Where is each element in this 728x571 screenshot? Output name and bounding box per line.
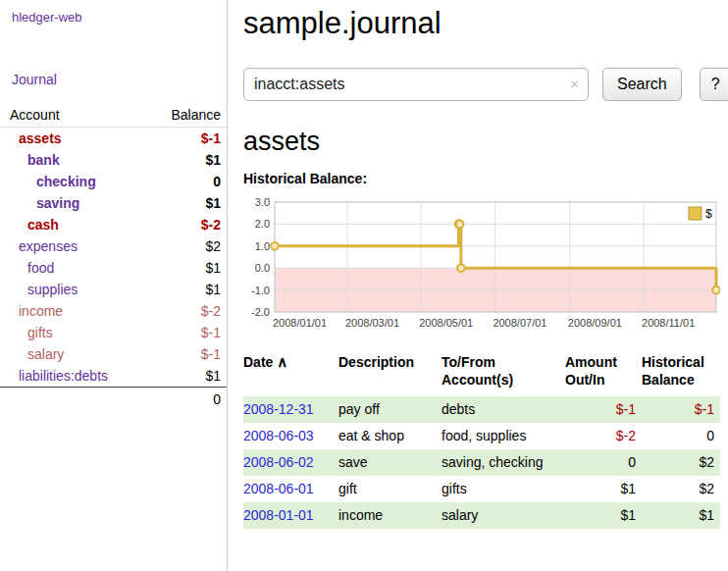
register-header-row: Date ∧ Description To/FromAccount(s) Amo… [243, 351, 720, 396]
accounts-header-row: Account Balance [0, 105, 227, 128]
account-balance: $2 [150, 235, 227, 257]
account-balance: $1 [150, 279, 227, 300]
sort-asc-icon: ∧ [277, 353, 287, 370]
transaction-description: save [338, 449, 442, 476]
help-button[interactable]: ? [700, 68, 728, 101]
account-row: cash$-2 [0, 214, 227, 235]
transaction-description: pay off [338, 396, 442, 423]
transaction-description: income [338, 502, 442, 529]
x-tick-label: 2008/03/01 [345, 317, 399, 329]
clear-search-icon[interactable]: × [570, 76, 579, 92]
account-row: liabilities:debts$1 [0, 365, 227, 388]
transaction-date-cell: 2008-06-02 [243, 449, 338, 476]
register-row: 2008-06-02savesaving, checking0$2 [243, 449, 720, 476]
account-name-link[interactable]: assets [0, 128, 150, 150]
account-balance: $1 [150, 365, 227, 388]
register-header-accounts: To/FromAccount(s) [442, 351, 565, 396]
balance-header-line1: Historical [642, 353, 720, 371]
y-tick-label: 1.0 [255, 240, 270, 252]
main-content: sample.journal × Search ? assets Histori… [228, 0, 728, 571]
transaction-date-link[interactable]: 2008-06-03 [243, 428, 314, 443]
transaction-accounts: salary [442, 502, 565, 529]
account-row: saving$1 [0, 192, 227, 214]
register-header-date[interactable]: Date ∧ [243, 351, 338, 396]
register-row: 2008-06-01giftgifts$1$2 [243, 476, 720, 502]
amount-header-line1: Amount [565, 353, 642, 371]
account-row: bank$1 [0, 149, 227, 171]
accounts-body: assets$-1bank$1checking0saving$1cash$-2e… [0, 128, 227, 388]
register-table: Date ∧ Description To/FromAccount(s) Amo… [243, 351, 720, 529]
app-window: hledger-web Journal Account Balance asse… [0, 0, 728, 571]
account-balance: $1 [150, 192, 227, 214]
accounts-header-balance: Balance [150, 105, 227, 128]
account-balance: $1 [150, 149, 227, 171]
transaction-balance: $1 [642, 502, 720, 529]
account-name-link[interactable]: checking [0, 171, 150, 192]
register-header-amount: AmountOut/In [565, 351, 642, 396]
sidebar-item-journal[interactable]: Journal [12, 72, 227, 87]
transaction-accounts: saving, checking [442, 449, 565, 476]
account-row: checking0 [0, 171, 227, 192]
page-title: sample.journal [243, 6, 728, 41]
account-row: assets$-1 [0, 128, 227, 150]
account-balance: $-1 [150, 343, 227, 365]
account-row: income$-2 [0, 300, 227, 322]
register-row: 2008-12-31pay offdebts$-1$-1 [243, 396, 720, 423]
account-row: expenses$2 [0, 235, 227, 257]
transaction-date-link[interactable]: 2008-01-01 [243, 507, 314, 523]
register-body: 2008-12-31pay offdebts$-1$-12008-06-03ea… [243, 396, 720, 529]
account-balance: $-1 [150, 128, 227, 150]
account-name-link[interactable]: saving [0, 192, 150, 214]
account-row: supplies$1 [0, 279, 227, 300]
account-name-link[interactable]: liabilities:debts [0, 365, 150, 388]
y-tick-label: 3.0 [255, 196, 270, 208]
accounts-table: Account Balance assets$-1bank$1checking0… [0, 105, 227, 410]
account-balance: $-2 [150, 300, 227, 322]
search-input[interactable] [243, 68, 589, 101]
amount-header-line2: Out/In [565, 371, 642, 389]
account-name-link[interactable]: gifts [0, 322, 150, 343]
account-row: salary$-1 [0, 343, 227, 365]
transaction-date-link[interactable]: 2008-06-02 [243, 454, 314, 470]
date-header-label: Date [243, 354, 273, 370]
transaction-date-cell: 2008-01-01 [243, 502, 338, 529]
transaction-accounts: gifts [442, 476, 565, 502]
account-name-link[interactable]: supplies [0, 279, 150, 300]
accounts-header-account: Account [0, 105, 150, 128]
x-tick-label: 2008/09/01 [568, 317, 622, 329]
transaction-date-cell: 2008-12-31 [243, 396, 338, 423]
account-name-link[interactable]: salary [0, 343, 150, 365]
x-tick-label: 2008/11/01 [642, 317, 695, 329]
accounts-header-line1: To/From [442, 353, 565, 371]
account-name-link[interactable]: bank [0, 149, 150, 171]
x-tick-label: 2008/07/01 [493, 317, 546, 329]
account-name-link[interactable]: income [0, 300, 150, 322]
register-header-description: Description [338, 351, 442, 396]
account-heading: assets [243, 127, 728, 157]
register-row: 2008-06-03eat & shopfood, supplies$-20 [243, 423, 720, 449]
account-name-link[interactable]: food [0, 257, 150, 279]
accounts-header-line2: Account(s) [442, 371, 565, 389]
legend-label: $ [705, 207, 712, 221]
transaction-amount: $-1 [565, 396, 642, 423]
account-name-link[interactable]: cash [0, 214, 150, 235]
account-name-link[interactable]: expenses [0, 235, 150, 257]
y-tick-label: 2.0 [255, 218, 270, 230]
account-row: food$1 [0, 257, 227, 279]
transaction-amount: $1 [565, 502, 642, 529]
x-tick-label: 2008/01/01 [273, 317, 327, 329]
transaction-date-link[interactable]: 2008-06-01 [243, 481, 314, 496]
search-button[interactable]: Search [602, 68, 682, 101]
transaction-accounts: food, supplies [442, 423, 565, 449]
transaction-amount: $-2 [565, 423, 642, 449]
balance-header-line2: Balance [642, 371, 720, 389]
hledger-web-link[interactable]: hledger-web [12, 10, 227, 25]
data-point-marker [456, 221, 464, 229]
transaction-balance: $-1 [642, 396, 720, 423]
sidebar: hledger-web Journal Account Balance asse… [0, 0, 228, 571]
x-tick-label: 2008/05/01 [419, 317, 473, 329]
y-tick-label: -1.0 [251, 285, 270, 296]
transaction-date-link[interactable]: 2008-12-31 [243, 401, 314, 417]
transaction-balance: 0 [642, 423, 720, 449]
transaction-description: eat & shop [338, 423, 442, 449]
